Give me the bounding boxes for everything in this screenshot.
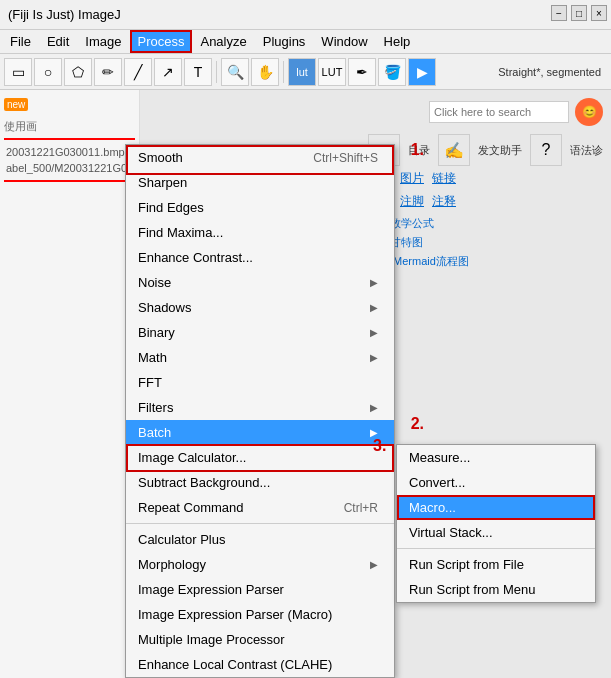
menu-sharpen[interactable]: Sharpen — [126, 170, 394, 195]
menu-morphology[interactable]: Morphology ▶ — [126, 552, 394, 577]
avatar: 😊 — [575, 98, 603, 126]
separator-1 — [216, 61, 217, 83]
sidebar-label: 使用画 — [4, 119, 135, 134]
sidebar-divider-2 — [4, 180, 135, 182]
process-menu[interactable]: 1. Smooth Ctrl+Shift+S Sharpen Find Edge… — [125, 144, 395, 678]
tool-flood[interactable]: 🪣 — [378, 58, 406, 86]
tool-freehand[interactable]: ✏ — [94, 58, 122, 86]
menu-image[interactable]: Image — [77, 30, 129, 53]
close-button[interactable]: × — [591, 5, 607, 21]
menu-calc-plus[interactable]: Calculator Plus — [126, 527, 394, 552]
menu-smooth[interactable]: Smooth Ctrl+Shift+S — [126, 145, 394, 170]
link-comment[interactable]: 注释 — [432, 193, 456, 210]
tool-rect[interactable]: ▭ — [4, 58, 32, 86]
menu-expr-parser-macro[interactable]: Image Expression Parser (Macro) — [126, 602, 394, 627]
tool-extra[interactable]: ▶ — [408, 58, 436, 86]
window-controls: − □ × — [551, 5, 607, 21]
tool-oval[interactable]: ○ — [34, 58, 62, 86]
icon-label-assist: 发文助手 — [478, 143, 522, 158]
icon-grammar[interactable]: ? — [530, 134, 562, 166]
tool-text[interactable]: T — [184, 58, 212, 86]
batch-measure[interactable]: Measure... — [397, 445, 595, 470]
sidebar-file2: abel_500/M20031221G0 — [4, 160, 135, 176]
menu-subtract-bg[interactable]: Subtract Background... — [126, 470, 394, 495]
batch-sep — [397, 548, 595, 549]
new-badge-area: new — [4, 98, 135, 111]
menu-help[interactable]: Help — [376, 30, 419, 53]
link-footnote[interactable]: 注脚 — [400, 193, 424, 210]
menu-find-edges[interactable]: Find Edges — [126, 195, 394, 220]
menu-enhance-contrast[interactable]: Enhance Contrast... — [126, 245, 394, 270]
batch-virtual-stack[interactable]: Virtual Stack... — [397, 520, 595, 545]
tool-arrow[interactable]: ↗ — [154, 58, 182, 86]
top-right-area: 😊 — [429, 98, 603, 126]
menu-window[interactable]: Window — [313, 30, 375, 53]
menu-batch[interactable]: Batch ▶ — [126, 420, 394, 445]
title-text: (Fiji Is Just) ImageJ — [8, 7, 121, 22]
menu-file[interactable]: File — [2, 30, 39, 53]
menu-bar: File Edit Image Process Analyze Plugins … — [0, 30, 611, 54]
menu-analyze[interactable]: Analyze — [192, 30, 254, 53]
left-sidebar: new 使用画 20031221G030011.bmp` abel_500/M2… — [0, 90, 140, 678]
menu-clahe[interactable]: Enhance Local Contrast (CLAHE) — [126, 652, 394, 677]
menu-plugins[interactable]: Plugins — [255, 30, 314, 53]
menu-image-calculator[interactable]: Image Calculator... — [126, 445, 394, 470]
separator-2 — [283, 61, 284, 83]
insert-gantt[interactable]: 插入甘特图 — [368, 235, 603, 250]
tool-color[interactable]: lut — [288, 58, 316, 86]
sidebar-file1: 20031221G030011.bmp` — [4, 144, 135, 160]
link-image[interactable]: 图片 — [400, 170, 424, 187]
menu-find-maxima[interactable]: Find Maxima... — [126, 220, 394, 245]
menu-shadows[interactable]: Shadows ▶ — [126, 295, 394, 320]
menu-edit[interactable]: Edit — [39, 30, 77, 53]
tool-zoom[interactable]: 🔍 — [221, 58, 249, 86]
batch-run-script-menu[interactable]: Run Script from Menu — [397, 577, 595, 602]
status-text: Straight*, segmented — [492, 61, 607, 83]
menu-process[interactable]: Process — [130, 30, 193, 53]
right-icons: ≡ 目录 ✍ 发文助手 ? 语法诊 列表 图片 链接 表格 注脚 注释 TeX … — [368, 134, 603, 269]
icon-label-index: 目录 — [408, 143, 430, 158]
mermaid-label[interactable]: 插入 Mermaid流程图 — [368, 254, 603, 269]
toolbar: ▭ ○ ⬠ ✏ ╱ ↗ T 🔍 ✋ lut LUT ✒ 🪣 ▶ Straight… — [0, 54, 611, 90]
batch-macro[interactable]: Macro... — [397, 495, 595, 520]
search-input[interactable] — [429, 101, 569, 123]
menu-noise[interactable]: Noise ▶ — [126, 270, 394, 295]
minimize-button[interactable]: − — [551, 5, 567, 21]
menu-fft[interactable]: FFT — [126, 370, 394, 395]
menu-math[interactable]: Math ▶ — [126, 345, 394, 370]
new-badge: new — [4, 98, 28, 111]
icon-label-grammar: 语法诊 — [570, 143, 603, 158]
sidebar-divider-1 — [4, 138, 135, 140]
batch-convert[interactable]: Convert... — [397, 470, 595, 495]
tex-label[interactable]: TeX 数学公式 — [368, 216, 603, 231]
tool-line[interactable]: ╱ — [124, 58, 152, 86]
tool-hand[interactable]: ✋ — [251, 58, 279, 86]
icon-assist[interactable]: ✍ — [438, 134, 470, 166]
separator-calc — [126, 523, 394, 524]
menu-repeat[interactable]: Repeat Command Ctrl+R — [126, 495, 394, 520]
link-link[interactable]: 链接 — [432, 170, 456, 187]
menu-filters[interactable]: Filters ▶ — [126, 395, 394, 420]
tool-polygon[interactable]: ⬠ — [64, 58, 92, 86]
menu-expr-parser[interactable]: Image Expression Parser — [126, 577, 394, 602]
title-bar: (Fiji Is Just) ImageJ − □ × — [0, 0, 611, 30]
menu-multi-processor[interactable]: Multiple Image Processor — [126, 627, 394, 652]
batch-run-script-file[interactable]: Run Script from File — [397, 552, 595, 577]
menu-binary[interactable]: Binary ▶ — [126, 320, 394, 345]
tool-pencil[interactable]: ✒ — [348, 58, 376, 86]
batch-submenu[interactable]: Measure... Convert... Macro... Virtual S… — [396, 444, 596, 603]
tool-b[interactable]: LUT — [318, 58, 346, 86]
content-area: new 使用画 20031221G030011.bmp` abel_500/M2… — [0, 90, 611, 678]
maximize-button[interactable]: □ — [571, 5, 587, 21]
